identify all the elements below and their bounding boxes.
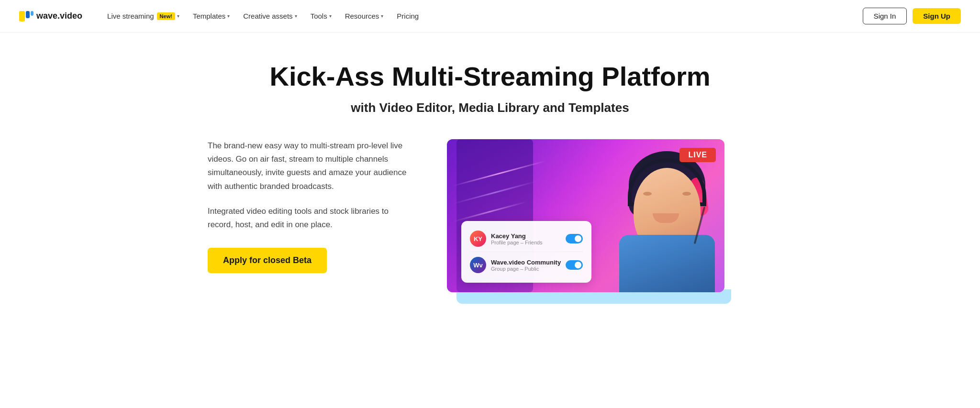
chevron-down-icon: ▾ [381, 13, 383, 19]
svg-rect-0 [19, 11, 25, 22]
chevron-down-icon: ▾ [177, 13, 179, 19]
chevron-down-icon: ▾ [329, 13, 332, 19]
hero-right-column: LIVE KY Kacey Yang Profile page – Friend… [447, 139, 772, 297]
stream-name-wave: Wave.video Community [491, 259, 561, 266]
hero-content: The brand-new easy way to multi-stream p… [208, 139, 772, 297]
avatar-kacey: KY [470, 231, 486, 247]
chevron-down-icon: ▾ [295, 13, 297, 19]
nav-item-live-streaming[interactable]: Live streaming New! ▾ [101, 9, 185, 23]
mouth [653, 213, 679, 223]
stream-destination-2: Wv Wave.video Community Group page – Pub… [470, 252, 583, 276]
svg-rect-1 [26, 11, 30, 18]
chevron-down-icon: ▾ [227, 13, 230, 19]
hero-title: Kick-Ass Multi-Streaming Platform [208, 61, 772, 92]
stream-info-kacey: Kacey Yang Profile page – Friends [491, 232, 561, 245]
toggle-kacey[interactable] [566, 234, 583, 243]
stream-name-kacey: Kacey Yang [491, 232, 561, 240]
stream-info-wave: Wave.video Community Group page – Public [491, 259, 561, 272]
logo[interactable]: wave.video [19, 11, 82, 22]
live-badge: LIVE [679, 148, 716, 162]
svg-rect-2 [31, 11, 33, 16]
logo-text: wave.video [36, 11, 82, 21]
sign-in-button[interactable]: Sign In [863, 8, 907, 24]
nav-item-pricing[interactable]: Pricing [391, 9, 424, 23]
nav-item-tools[interactable]: Tools ▾ [305, 9, 337, 23]
hero-description-2: Integrated video editing tools and stock… [208, 205, 409, 232]
new-badge: New! [157, 12, 175, 20]
apply-beta-button[interactable]: Apply for closed Beta [208, 248, 327, 273]
toggle-wave[interactable] [566, 260, 583, 270]
hero-section: Kick-Ass Multi-Streaming Platform with V… [179, 33, 801, 326]
stream-sub-wave: Group page – Public [491, 266, 561, 272]
stream-sub-kacey: Profile page – Friends [491, 240, 561, 245]
nav-actions: Sign In Sign Up [863, 8, 961, 24]
logo-icon [19, 11, 33, 22]
eye-left [643, 192, 652, 196]
person-jacket [619, 235, 715, 292]
avatar-wave: Wv [470, 257, 486, 273]
nav-links: Live streaming New! ▾ Templates ▾ Creati… [101, 9, 863, 23]
nav-item-resources[interactable]: Resources ▾ [339, 9, 390, 23]
stream-destination-1: KY Kacey Yang Profile page – Friends [470, 228, 583, 250]
stream-destinations-card: KY Kacey Yang Profile page – Friends Wv [461, 221, 591, 283]
hero-image: LIVE KY Kacey Yang Profile page – Friend… [447, 139, 724, 297]
hero-description-1: The brand-new easy way to multi-stream p… [208, 139, 409, 193]
eye-right [682, 192, 691, 196]
navbar: wave.video Live streaming New! ▾ Templat… [0, 0, 980, 33]
nav-item-creative-assets[interactable]: Creative assets ▾ [237, 9, 302, 23]
sign-up-button[interactable]: Sign Up [913, 8, 961, 24]
hero-left-column: The brand-new easy way to multi-stream p… [208, 139, 409, 273]
hero-subtitle: with Video Editor, Media Library and Tem… [208, 100, 772, 115]
nav-item-templates[interactable]: Templates ▾ [187, 9, 235, 23]
